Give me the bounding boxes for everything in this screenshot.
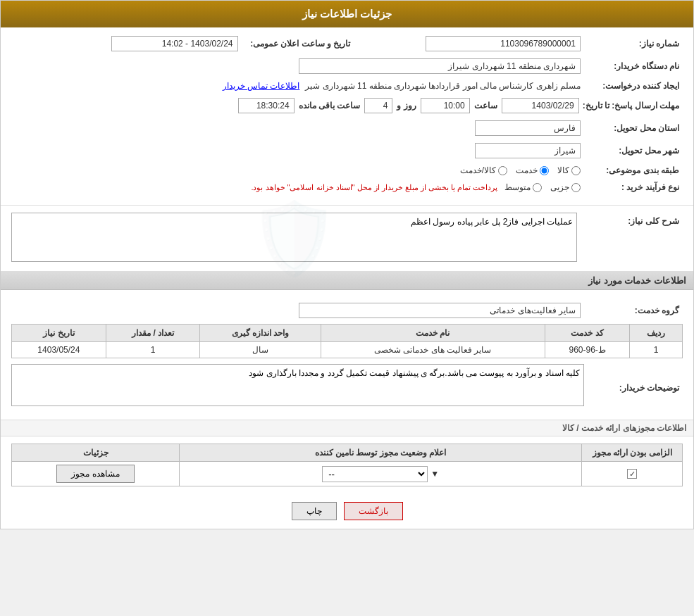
buyer-org-value: شهرداری منطقه 11 شهرداری شیراز — [299, 58, 581, 74]
permits-col-required: الزامی بودن ارائه مجوز — [582, 444, 683, 462]
category-label: طبقه بندی موضوعی: — [584, 165, 683, 175]
col-name: نام خدمت — [321, 325, 545, 342]
category-radio-kala-khedmat[interactable]: کالا/خدمت — [460, 165, 507, 175]
col-row-num: ردیف — [630, 325, 683, 342]
deadline-label: مهلت ارسال پاسخ: تا تاریخ: — [583, 101, 683, 111]
province-label: استان محل تحویل: — [584, 123, 683, 133]
need-description-label: شرح کلی نیاز: — [584, 213, 683, 226]
permits-status-select[interactable]: -- — [322, 466, 428, 482]
purchase-type-note: پرداخت تمام یا بخشی از مبلغ خریدار از مح… — [251, 183, 497, 192]
service-group-label: گروه خدمت: — [584, 306, 683, 315]
permits-required-cell — [582, 462, 683, 486]
purchase-radio-jozi[interactable]: جزیی — [550, 182, 581, 192]
page-title: جزئیات اطلاعات نیاز — [302, 8, 392, 20]
province-value: فارس — [475, 120, 581, 136]
need-number-value: 1103096789000001 — [426, 36, 581, 51]
buyer-notes-label: توضیحات خریدار: — [584, 379, 683, 393]
table-row: 1 ط-96-960 سایر فعالیت های خدماتی شخصی س… — [12, 342, 683, 358]
permits-section-title: اطلاعات مجوزهای ارائه خدمت / کالا — [1, 420, 693, 436]
deadline-days: 4 — [364, 98, 392, 113]
deadline-date: 1403/02/29 — [502, 98, 579, 113]
city-value: شیراز — [475, 143, 581, 158]
cell-unit: سال — [200, 342, 321, 358]
category-khedmat-label: خدمت — [516, 165, 538, 175]
buyer-org-label: نام دستگاه خریدار: — [584, 61, 683, 71]
category-kala-khedmat-label: کالا/خدمت — [460, 165, 496, 175]
select-arrow-icon: ▼ — [430, 469, 439, 479]
back-button[interactable]: بازگشت — [344, 502, 403, 520]
deadline-time-label: ساعت — [474, 101, 497, 111]
page-header: جزئیات اطلاعات نیاز — [1, 1, 693, 27]
permits-col-status: اعلام وضعیت مجوز توسط نامین کننده — [180, 444, 582, 462]
deadline-time: 10:00 — [421, 98, 470, 113]
col-code: کد خدمت — [545, 325, 629, 342]
need-number-label: شماره نیاز: — [584, 39, 683, 49]
purchase-jozi-label: جزیی — [550, 182, 569, 192]
cell-row-num: 1 — [630, 342, 683, 358]
buyer-notes-textarea[interactable]: کلیه اسناد و برآورد به پیوست می باشد.برگ… — [11, 364, 584, 406]
permits-required-checkbox[interactable] — [627, 469, 637, 479]
permits-table: الزامی بودن ارائه مجوز اعلام وضعیت مجوز … — [11, 444, 683, 486]
permits-details-cell: مشاهده مجوز — [12, 462, 180, 486]
need-description-textarea[interactable]: عملیات اجرایی فاز2 پل عابر پیاده رسول اع… — [11, 213, 577, 262]
category-kala-label: کالا — [557, 165, 569, 175]
col-date: تاریخ نیاز — [12, 325, 106, 342]
city-label: شهر محل تحویل: — [584, 146, 683, 156]
services-table: ردیف کد خدمت نام خدمت واحد اندازه گیری ت… — [11, 324, 683, 358]
action-buttons: بازگشت چاپ — [1, 494, 693, 529]
purchase-motavasset-label: متوسط — [504, 182, 531, 192]
announce-label: تاریخ و ساعت اعلان عمومی: — [242, 39, 354, 49]
creator-label: ایجاد کننده درخواست: — [584, 81, 683, 91]
view-permit-button[interactable]: مشاهده مجوز — [56, 465, 134, 483]
purchase-radio-motavasset[interactable]: متوسط — [504, 182, 542, 192]
cell-quantity: 1 — [106, 342, 200, 358]
cell-date: 1403/05/24 — [12, 342, 106, 358]
deadline-remain-label: ساعت باقی مانده — [299, 101, 361, 111]
permits-table-row: -- ▼ مشاهده مجوز — [12, 462, 683, 486]
creator-contact-link[interactable]: اطلاعات تماس خریدار — [223, 81, 300, 91]
deadline-remain: 18:30:24 — [238, 98, 295, 113]
service-group-value: سایر فعالیت‌های خدماتی — [299, 303, 581, 318]
col-unit: واحد اندازه گیری — [200, 325, 321, 342]
permits-status-cell: -- ▼ — [180, 462, 582, 486]
col-quantity: تعداد / مقدار — [106, 325, 200, 342]
services-section-title: اطلاعات خدمات مورد نیاز — [1, 272, 693, 290]
permits-col-details: جزئیات — [12, 444, 180, 462]
announce-value: 1403/02/24 - 14:02 — [111, 36, 238, 51]
deadline-day-label: روز و — [397, 101, 416, 111]
print-button[interactable]: چاپ — [292, 502, 337, 520]
category-radio-khedmat[interactable]: خدمت — [516, 165, 549, 175]
cell-name: سایر فعالیت های خدماتی شخصی — [321, 342, 545, 358]
cell-code: ط-96-960 — [545, 342, 629, 358]
creator-value: مسلم زاهری کارشناس مالی امور قراردادها ش… — [305, 81, 581, 91]
category-radio-kala[interactable]: کالا — [557, 165, 581, 175]
purchase-type-label: نوع فرآیند خرید : — [584, 182, 683, 192]
